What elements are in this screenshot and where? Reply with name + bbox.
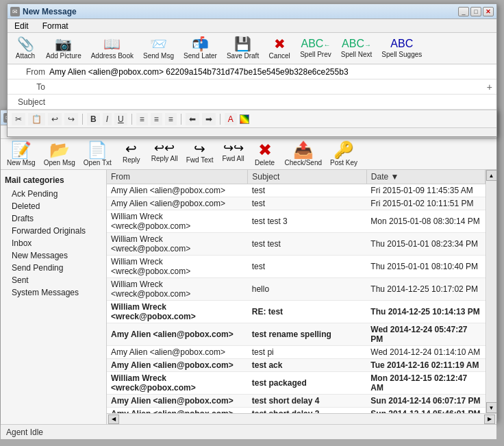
sidebar-item-forwarded-originals[interactable]: Forwarded Originals <box>1 225 106 237</box>
attach-label: Attach <box>16 52 35 60</box>
col-subject[interactable]: Subject <box>248 170 367 184</box>
sidebar-item-ack-pending[interactable]: Ack Pending <box>1 188 106 200</box>
sidebar-item-sent[interactable]: Sent <box>1 274 106 286</box>
spell-prev-button[interactable]: ABC← Spell Prev <box>297 37 334 60</box>
scroll-track[interactable] <box>487 181 496 402</box>
email-subject: test pi <box>248 346 367 359</box>
redo-button[interactable]: ↪ <box>64 113 78 125</box>
add-picture-button[interactable]: 📷 Add Picture <box>43 36 84 61</box>
compose-window: ✉ New Message _ □ ✕ Edit Format 📎 Attach… <box>7 3 497 137</box>
post-key-icon: 🔑 <box>333 142 354 158</box>
to-plus-button[interactable]: + <box>487 82 492 92</box>
table-row[interactable]: William Wreck <wreck@pobox.com>test pack… <box>107 372 486 395</box>
compose-menu-format[interactable]: Format <box>38 20 73 32</box>
compose-title-buttons: _ □ ✕ <box>458 7 494 16</box>
address-book-button[interactable]: 📖 Address Book <box>88 36 136 61</box>
sidebar-title: Mail categories <box>1 173 106 188</box>
email-date: Fri 2015-01-09 11:45:35 AM <box>366 184 485 197</box>
open-msg-button[interactable]: 📂 Open Msg <box>40 140 79 168</box>
send-msg-button[interactable]: 📨 Send Msg <box>140 36 177 61</box>
scroll-up-button[interactable]: ▲ <box>486 170 497 181</box>
align-right-button[interactable]: ≡ <box>165 113 177 125</box>
sidebar-item-deleted[interactable]: Deleted <box>1 200 106 212</box>
undo-button[interactable]: ↩ <box>48 113 62 125</box>
font-color-button[interactable]: A <box>225 113 237 125</box>
scroll-left-button[interactable]: ◀ <box>108 414 119 424</box>
scroll-down-button[interactable]: ▼ <box>486 402 497 413</box>
reply-icon: ↩ <box>125 142 137 156</box>
table-row[interactable]: Amy Alien <alien@pobox.com>testFri 2015-… <box>107 197 486 210</box>
fwd-all-button[interactable]: ↪↪ Fwd All <box>218 140 249 164</box>
align-center-button[interactable]: ≡ <box>151 113 162 125</box>
reply-label: Reply <box>123 156 140 164</box>
compose-close-button[interactable]: ✕ <box>483 7 494 16</box>
email-subject: hello <box>248 278 367 301</box>
from-row: From Amy Alien <alien@pobox.com> 62209a1… <box>8 64 496 79</box>
table-row[interactable]: William Wreck <wreck@pobox.com>RE: testT… <box>107 301 486 323</box>
scroll-right-button[interactable]: ▶ <box>484 414 495 424</box>
email-from: William Wreck <wreck@pobox.com> <box>107 372 248 395</box>
open-txt-button[interactable]: 📄 Open Txt <box>80 140 115 168</box>
send-later-button[interactable]: 📬 Send Later <box>181 36 220 61</box>
sidebar-item-send-pending[interactable]: Send Pending <box>1 262 106 274</box>
fwd-all-icon: ↪↪ <box>223 142 244 154</box>
subject-input[interactable] <box>49 97 492 107</box>
sidebar-item-new-messages[interactable]: New Messages <box>1 249 106 262</box>
email-from: Amy Alien <alien@pobox.com> <box>107 395 248 408</box>
post-key-button[interactable]: 🔑 Post Key <box>327 140 361 168</box>
sidebar-item-drafts[interactable]: Drafts <box>1 212 106 225</box>
to-input[interactable] <box>49 82 487 92</box>
subject-row: Subject <box>8 95 496 110</box>
fwd-all-label: Fwd All <box>222 155 244 162</box>
compose-maximize-button[interactable]: □ <box>470 7 481 16</box>
reply-button[interactable]: ↩ Reply <box>116 140 147 165</box>
sidebar-item-system-messages[interactable]: System Messages <box>1 286 106 299</box>
format-sep-1 <box>82 114 83 125</box>
delete-button[interactable]: ✖ Delete <box>250 140 280 168</box>
table-row[interactable]: Amy Alien <alien@pobox.com>test ackTue 2… <box>107 359 486 372</box>
align-left-button[interactable]: ≡ <box>136 113 148 125</box>
outdent-button[interactable]: ➡ <box>202 113 216 125</box>
email-subject: test short delay 4 <box>248 395 367 408</box>
check-send-button[interactable]: 📤 Check/Send <box>281 140 325 168</box>
italic-button[interactable]: I <box>103 113 112 125</box>
spell-next-icon: ABC→ <box>342 38 371 49</box>
new-msg-button[interactable]: 📝 New Msg <box>3 140 39 168</box>
indent-button[interactable]: ⬅ <box>186 113 199 125</box>
reply-all-button[interactable]: ↩↩ Reply All <box>148 140 181 164</box>
table-row[interactable]: William Wreck <wreck@pobox.com>test test… <box>107 210 486 233</box>
attach-button[interactable]: 📎 Attach <box>12 36 39 61</box>
col-date[interactable]: Date ▼ <box>366 170 485 184</box>
table-row[interactable]: William Wreck <wreck@pobox.com>testThu 2… <box>107 256 486 278</box>
table-row[interactable]: Amy Alien <alien@pobox.com>test short de… <box>107 408 486 414</box>
compose-minimize-button[interactable]: _ <box>458 7 469 16</box>
underline-button[interactable]: U <box>114 113 127 125</box>
table-row[interactable]: William Wreck <wreck@pobox.com>test test… <box>107 233 486 256</box>
table-row[interactable]: Amy Alien <alien@pobox.com>testFri 2015-… <box>107 184 486 197</box>
email-from: Amy Alien <alien@pobox.com> <box>107 359 248 372</box>
cancel-button[interactable]: ✖ Cancel <box>266 36 293 61</box>
save-draft-button[interactable]: 💾 Save Draft <box>224 36 262 61</box>
fwd-text-button[interactable]: ↪ Fwd Text <box>183 140 217 165</box>
compose-menu-edit[interactable]: Edit <box>10 20 33 32</box>
table-row[interactable]: Amy Alien <alien@pobox.com>test short de… <box>107 395 486 408</box>
table-row[interactable]: William Wreck <wreck@pobox.com>helloThu … <box>107 278 486 301</box>
table-row[interactable]: Amy Alien <alien@pobox.com>test piWed 20… <box>107 346 486 359</box>
from-label: From <box>12 67 49 77</box>
horizontal-scrollbar[interactable]: ◀ ▶ <box>107 413 496 424</box>
bold-button[interactable]: B <box>87 113 100 125</box>
email-from: William Wreck <wreck@pobox.com> <box>107 233 248 256</box>
table-row[interactable]: Amy Alien <alien@pobox.com>test rename s… <box>107 323 486 346</box>
sidebar-item-inbox[interactable]: Inbox <box>1 237 106 249</box>
compose-toolbar: 📎 Attach 📷 Add Picture 📖 Address Book 📨 … <box>8 33 496 64</box>
spell-suggest-button[interactable]: ABC Spell Sugges <box>379 37 425 60</box>
col-from[interactable]: From <box>107 170 248 184</box>
copy-button[interactable]: 📋 <box>28 113 45 125</box>
send-msg-icon: 📨 <box>150 37 167 51</box>
color-picker[interactable] <box>240 114 249 124</box>
email-from: Amy Alien <alien@pobox.com> <box>107 197 248 210</box>
vertical-scrollbar[interactable]: ▲ ▼ <box>486 170 496 413</box>
add-picture-label: Add Picture <box>46 52 81 60</box>
cut-button[interactable]: ✂ <box>12 113 25 125</box>
spell-next-button[interactable]: ABC→ Spell Next <box>338 37 375 60</box>
